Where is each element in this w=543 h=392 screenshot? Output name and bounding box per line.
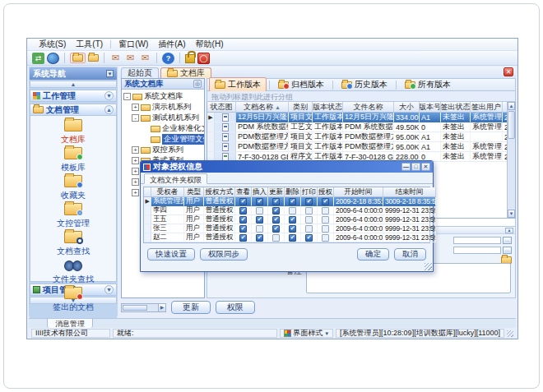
checkbox-view[interactable] [235,233,252,242]
permission-row[interactable]: 张三 用户 普通授权 2009-6-4 0:00:00 9999-12-31 2… [144,224,429,233]
sidebar-item-favorites[interactable]: 收藏夹 [30,175,116,201]
open-folder-button[interactable] [70,53,86,63]
ellipsis-button[interactable]: … [503,237,512,244]
checkbox-insert[interactable] [252,224,268,233]
tree-node-selected[interactable]: 企业管理文件 [122,134,204,145]
scroll-right-arrow[interactable]: ▶ [158,304,165,311]
column-grantee[interactable]: 受权者 [151,187,184,197]
help-icon[interactable]: ? [162,53,174,64]
menu-system[interactable]: 系统(S) [34,39,71,50]
column-doc-name[interactable]: 文档名称▲ [236,102,289,113]
cancel-button[interactable]: 取消 [394,248,426,261]
checkbox-grant[interactable] [318,215,334,224]
column-size[interactable]: 大小 [394,102,420,113]
tab-all-versions[interactable]: 所有版本 [399,77,457,92]
checkbox-update[interactable] [268,215,285,224]
checkbox-update[interactable] [268,206,285,215]
checkbox-delete[interactable] [285,224,301,233]
dialog-resize-grip[interactable] [425,263,432,270]
panel-work-management[interactable]: 工作管理 ▼ [30,90,117,102]
permission-row[interactable]: 赵二 用户 普通授权 2009-6-4 0:00:00 9999-12-31 2… [144,233,429,242]
tree-node[interactable]: +双控系列 [122,145,204,155]
checkbox-delete[interactable] [285,233,301,242]
sidebar-item-doc-library[interactable]: 文档库 [30,119,116,145]
menu-plugins[interactable]: 插件(A) [153,39,190,50]
checkbox-delete[interactable] [285,197,301,206]
checkbox-grant[interactable] [318,197,334,206]
checkbox-grant[interactable] [318,233,334,242]
checkbox-print[interactable] [301,197,318,206]
column-print[interactable]: 打印 [301,187,318,197]
sidebar-item-doc-search[interactable]: 文档查找 [30,231,116,257]
chevron-down-icon[interactable]: ▼ [104,91,114,100]
checkbox-update[interactable] [268,197,285,206]
close-icon[interactable]: ✕ [421,163,430,171]
column-file-name[interactable]: 文件名称 [343,102,394,113]
column-view[interactable]: 查看 [235,187,252,197]
tree-node-root[interactable]: -系统文档库 [122,91,204,102]
tab-doc-folder-permission[interactable]: 文档文件夹权限 [144,173,207,184]
scrollbar-thumb[interactable] [508,111,515,139]
column-checkout-user[interactable]: 签出用户 [471,102,503,113]
expand-icon[interactable]: + [132,168,139,175]
quick-settings-button[interactable]: 快速设置 [147,248,195,261]
checkbox-print[interactable] [301,224,318,233]
horizontal-scrollbar[interactable]: ▶ [121,303,166,312]
column-grant[interactable]: 授权 [318,187,334,197]
collapse-panel-icon[interactable]: ▲ [505,228,513,233]
resize-grip[interactable] [507,330,513,337]
permission-row[interactable]: 李四 用户 普通授权 2009-6-4 0:00:00 9999-12-31 2… [144,206,429,215]
detail-input[interactable] [453,247,501,254]
tab-message-management[interactable]: 消息管理 [47,319,93,328]
table-row[interactable]: ▶ 12月5日万兴隆同行… 项目文档 工作版本 12月5日万兴隆同行… 334.… [207,113,504,122]
permission-row[interactable]: 王五 用户 普通授权 2009-6-4 0:00:00 9999-12-31 2… [144,215,429,224]
mail-delete-icon[interactable]: ✉ [139,53,151,64]
scroll-up-arrow[interactable]: ▲ [508,102,515,110]
checkbox-update[interactable] [268,224,285,233]
checkbox-insert[interactable] [252,233,268,242]
connect-icon[interactable]: ⇄ [32,53,44,64]
table-row[interactable]: PDM数据整理方案2.doc 项目文档 工作版本 PDM数据整理方案2.doc … [207,142,504,152]
mail-receive-icon[interactable]: ✉ [124,53,137,64]
checkbox-grant[interactable] [318,224,334,233]
sidebar-collapse-button[interactable]: ▾ [106,70,114,77]
tab-archived-version[interactable]: 归档版本 [272,77,330,92]
menu-window[interactable]: 窗口(W) [114,39,153,50]
table-row[interactable]: PDM 系统数据整理检… 工艺文档 工作版本 PDM 系统数据整理… 49.50… [207,122,504,132]
sidebar-item-folder-search[interactable]: 文件夹查找 [30,259,116,285]
checkbox-print[interactable] [301,206,318,215]
column-version-status[interactable]: 版本状态 [313,102,343,113]
vertical-scrollbar[interactable]: ▲ ▼ [507,102,515,218]
permission-button[interactable]: 权限 [216,301,255,314]
expand-icon[interactable]: + [132,178,139,186]
checkbox-view[interactable] [235,206,252,215]
checkbox-view[interactable] [235,224,252,233]
expand-icon[interactable]: + [132,157,139,164]
checkbox-insert[interactable] [252,206,268,215]
checkbox-delete[interactable] [285,215,301,224]
chevron-down-icon[interactable]: ▼ [104,285,114,294]
exit-icon[interactable]: ◯ [197,53,210,64]
menu-tools[interactable]: 工具(T) [71,39,108,50]
checkbox-insert[interactable] [252,215,268,224]
sidebar-item-doc-control[interactable]: 文控管理 [30,203,116,229]
expand-icon[interactable]: + [132,189,139,196]
minimize-icon[interactable]: — [401,163,411,171]
detail-input[interactable] [453,237,501,244]
expand-icon[interactable]: + [132,104,139,111]
collapse-icon[interactable]: - [123,93,131,100]
group-by-hint[interactable]: 拖动列标题到此进行分组 [207,91,516,102]
tree-node[interactable]: +演示机系列 [122,102,204,113]
tab-working-version[interactable]: 工作版本 [209,77,267,92]
expand-icon[interactable]: + [132,146,139,154]
checkbox-view[interactable] [235,215,252,224]
chevron-up-icon[interactable]: ▲ [104,105,114,114]
tab-start-page[interactable]: 起始页 [121,67,159,78]
globe-icon[interactable] [47,53,59,64]
checkbox-update[interactable] [268,233,285,242]
column-delete[interactable]: 删除 [285,187,301,197]
permission-row[interactable]: ▶ 系统管理员 用户 普通授权 2009-2-18 8:35:57 3009-2… [144,197,429,206]
column-type[interactable]: 类型 [184,187,204,197]
table-row[interactable]: PDM数据整理方案.doc 项目文档 工作版本 PDM数据整理方案.doc 95… [207,132,504,142]
scroll-down-arrow[interactable]: ▼ [508,210,515,218]
